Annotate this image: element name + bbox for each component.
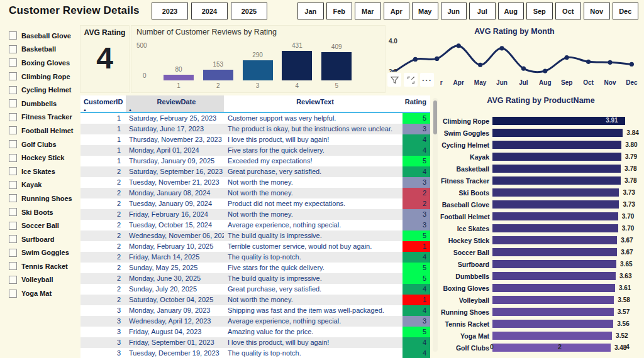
product-bar-row-tennis-racket[interactable]: Tennis Racket3.56 [440,318,641,330]
product-bar-row-running-shoes[interactable]: Running Shoes3.57 [440,306,641,318]
month-button-dec[interactable]: Dec [613,3,639,19]
table-row[interactable]: 2Monday, January 08, 2024Not worth the m… [80,188,430,198]
table-row[interactable]: 3Monday, January 09, 2023Shipping was fa… [80,305,430,316]
checkbox-cycling-helmet[interactable] [9,86,17,94]
slicer-item-kayak[interactable]: Kayak [4,178,78,192]
month-button-jul[interactable]: Jul [469,3,496,19]
table-row[interactable]: 2Saturday, September 16, 2023Great purch… [80,166,430,177]
checkbox-fitness-tracker[interactable] [9,113,17,121]
product-bar[interactable] [492,153,621,161]
table-row[interactable]: 1Thursday, January 09, 2025Exceeded my e… [80,156,430,166]
checkbox-dumbbells[interactable] [9,99,17,107]
column-header-customerid[interactable]: CustomerID▲ [80,95,126,112]
data-point-nov[interactable] [608,60,612,65]
checkbox-ice-skates[interactable] [9,167,17,175]
checkbox-boxing-gloves[interactable] [9,58,17,67]
checkbox-yoga-mat[interactable] [9,290,17,298]
checkbox-climbing-rope[interactable] [9,72,17,80]
table-row[interactable]: 2Sunday, May 25, 2025Five stars for the … [80,263,430,273]
product-bar-row-swim-goggles[interactable]: Swim Goggles3.84 [440,127,641,139]
checkbox-baseball-glove[interactable] [9,31,17,40]
checkbox-kayak[interactable] [9,181,17,189]
table-row[interactable]: 2Wednesday, November 06, 2024The build q… [80,231,430,241]
checkbox-hockey-stick[interactable] [9,154,17,162]
table-row[interactable]: 1Monday, April 01, 2024Five stars for th… [80,145,430,156]
month-button-apr[interactable]: Apr [384,3,410,19]
bar-rating-3[interactable] [243,60,273,80]
slicer-item-surfboard[interactable]: Surfboard [4,232,78,246]
product-bar[interactable] [492,320,613,328]
data-point-dec[interactable] [630,62,634,67]
product-bar-row-hockey-stick[interactable]: Hockey Stick3.67 [440,234,641,246]
slicer-item-running-shoes[interactable]: Running Shoes [4,192,78,205]
column-header-reviewdate[interactable]: ReviewDate▲ [126,95,224,112]
checkbox-basketball[interactable] [9,45,17,53]
product-bar-row-football-helmet[interactable]: Football Helmet3.70 [440,210,641,222]
table-row[interactable]: 2Sunday, July 20, 2025Great purchase, ve… [80,284,430,295]
slicer-item-ski-boots[interactable]: Ski Boots [4,205,78,219]
table-row[interactable]: 1Saturday, June 17, 2023The product is o… [80,124,430,134]
product-bar[interactable] [492,332,612,340]
product-bar[interactable] [492,141,621,149]
slicer-item-baseball-glove[interactable]: Baseball Glove [4,29,78,43]
product-bar[interactable] [492,260,616,269]
product-bar-row-surfboard[interactable]: Surfboard3.65 [440,258,641,270]
product-bar[interactable] [492,308,614,317]
data-point-sep[interactable] [565,55,569,60]
checkbox-tennis-racket[interactable] [9,262,17,270]
data-point-jul[interactable] [521,67,526,71]
table-row[interactable]: 3Friday, September 01, 2023I love this p… [80,337,430,348]
slicer-item-boxing-gloves[interactable]: Boxing Gloves [4,56,78,70]
bar-rating-5[interactable] [321,52,352,80]
checkbox-running-shoes[interactable] [9,194,17,202]
table-row[interactable]: 2Friday, February 16, 2024Not worth the … [80,209,430,220]
slicer-item-volleyball[interactable]: Volleyball [4,273,78,287]
data-point-may[interactable] [478,63,482,67]
month-button-jun[interactable]: Jun [441,3,467,19]
year-button-2024[interactable]: 2024 [191,3,228,19]
bar-rating-2[interactable] [203,70,233,80]
data-point-mar[interactable] [435,57,439,61]
year-button-2023[interactable]: 2023 [152,3,188,19]
product-bar-row-baseball-glove[interactable]: Baseball Glove3.73 [440,198,641,210]
product-bar[interactable] [492,248,617,257]
checkbox-ski-boots[interactable] [9,208,17,216]
product-bar[interactable] [492,344,611,352]
month-button-jan[interactable]: Jan [297,3,324,19]
product-bar-row-ski-boots[interactable]: Ski Boots3.73 [440,187,641,198]
table-row[interactable]: 1Thursday, November 23, 2023I love this … [80,134,430,145]
product-bar-row-volleyball[interactable]: Volleyball3.58 [440,294,641,306]
slicer-item-cycling-helmet[interactable]: Cycling Helmet [4,83,78,97]
slicer-item-yoga-mat[interactable]: Yoga Mat [4,286,78,300]
product-bar-row-ice-skates[interactable]: Ice Skates3.70 [440,222,641,234]
product-bar[interactable] [492,224,618,233]
table-scrollbar[interactable] [433,98,438,352]
product-bar-row-boxing-gloves[interactable]: Boxing Gloves3.61 [440,282,641,294]
table-row[interactable]: 2Monday, February 10, 2025Terrible custo… [80,241,430,252]
table-row[interactable]: 2Friday, March 14, 2025The quality is to… [80,252,430,263]
product-bar-row-basketball[interactable]: Basketball3.78 [440,163,641,175]
product-bar[interactable] [492,188,619,197]
product-bar[interactable] [492,165,621,173]
product-bar-row-cycling-helmet[interactable]: Cycling Helmet3.80 [440,139,641,151]
slicer-item-fitness-tracker[interactable]: Fitness Tracker [4,111,78,124]
product-bar[interactable] [492,272,616,281]
table-row[interactable]: 3Wednesday, April 12, 2023Average experi… [80,316,430,327]
product-bar-row-fitness-tracker[interactable]: Fitness Tracker3.78 [440,175,641,187]
product-bar[interactable] [492,296,614,305]
month-button-feb[interactable]: Feb [326,3,353,19]
more-options-icon[interactable]: ··· [420,73,434,87]
data-point-jun[interactable] [499,46,504,50]
table-row[interactable]: 2Saturday, October 04, 2025Not worth the… [80,295,430,305]
month-button-may[interactable]: May [412,3,438,19]
year-button-2025[interactable]: 2025 [231,3,267,19]
product-bar[interactable] [492,212,618,221]
month-button-aug[interactable]: Aug [498,3,525,19]
slicer-item-tennis-racket[interactable]: Tennis Racket [4,259,78,273]
slicer-item-hockey-stick[interactable]: Hockey Stick [4,151,78,165]
table-row[interactable]: 3Tuesday, December 19, 2023The quality i… [80,348,430,358]
slicer-item-basketball[interactable]: Basketball [4,43,78,57]
product-bar-row-golf-clubs[interactable]: Golf Clubs3.48 [440,342,641,354]
product-bar-row-soccer-ball[interactable]: Soccer Ball3.67 [440,246,641,258]
checkbox-football-helmet[interactable] [9,126,17,134]
